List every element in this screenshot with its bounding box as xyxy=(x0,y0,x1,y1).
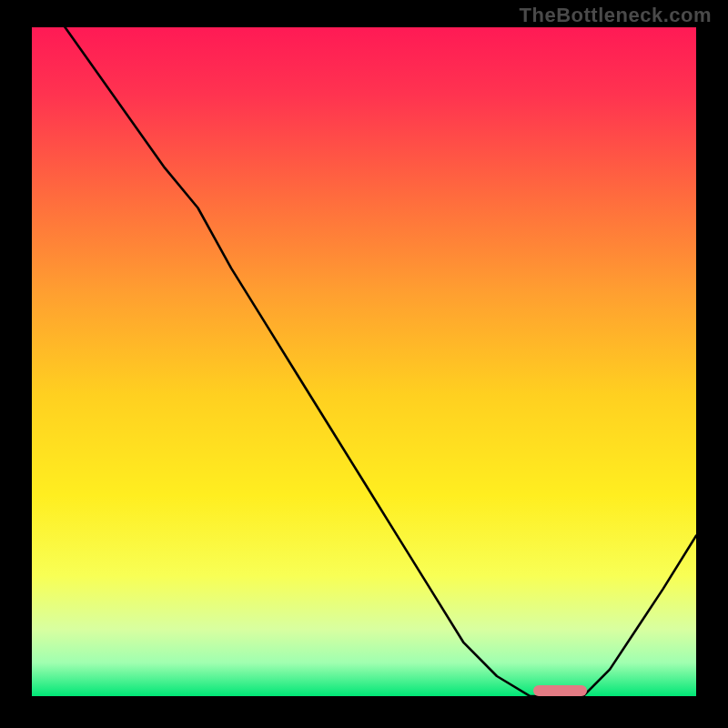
chart-container: TheBottleneck.com xyxy=(0,0,728,728)
watermark-text: TheBottleneck.com xyxy=(520,4,712,27)
bottleneck-curve xyxy=(32,27,696,696)
plot-area xyxy=(32,27,696,696)
optimal-range-marker xyxy=(533,685,586,696)
